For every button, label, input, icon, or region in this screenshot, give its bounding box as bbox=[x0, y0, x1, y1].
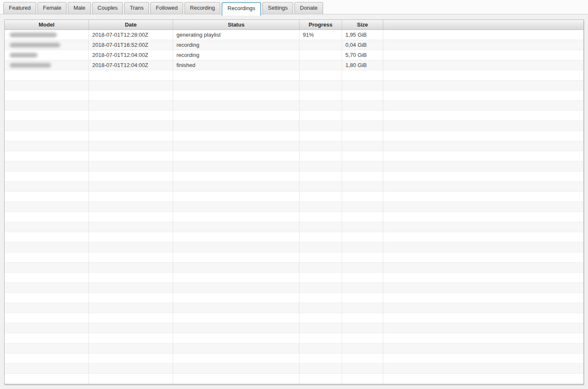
empty-cell bbox=[5, 293, 89, 303]
tab-settings[interactable]: Settings bbox=[262, 2, 293, 14]
empty-cell bbox=[5, 333, 89, 343]
empty-cell bbox=[342, 121, 383, 131]
empty-table-row bbox=[5, 323, 583, 333]
empty-cell bbox=[342, 151, 383, 161]
empty-cell bbox=[5, 172, 89, 182]
cell-model bbox=[5, 40, 89, 50]
empty-cell bbox=[342, 182, 383, 192]
empty-cell bbox=[383, 252, 583, 263]
empty-cell bbox=[5, 313, 89, 323]
tab-male[interactable]: Male bbox=[68, 2, 91, 14]
empty-cell bbox=[383, 121, 583, 131]
redacted-model-name bbox=[10, 63, 51, 67]
cell-status: generating playlist bbox=[173, 30, 299, 40]
column-header-size[interactable]: Size bbox=[342, 20, 383, 30]
empty-cell bbox=[89, 222, 173, 232]
recordings-table: ModelDateStatusProgressSize 2018-07-01T1… bbox=[4, 19, 584, 384]
empty-cell bbox=[342, 212, 383, 222]
tab-donate[interactable]: Donate bbox=[294, 2, 323, 14]
empty-cell bbox=[89, 131, 173, 141]
empty-table-row bbox=[5, 263, 583, 273]
empty-cell bbox=[299, 263, 342, 273]
column-header-date[interactable]: Date bbox=[89, 20, 173, 30]
cell-progress bbox=[299, 40, 342, 50]
empty-cell bbox=[342, 141, 383, 151]
empty-cell bbox=[173, 333, 299, 343]
empty-cell bbox=[173, 303, 299, 313]
empty-cell bbox=[342, 70, 383, 80]
empty-cell bbox=[342, 323, 383, 333]
empty-cell bbox=[299, 252, 342, 263]
empty-table-row bbox=[5, 161, 583, 172]
empty-cell bbox=[383, 333, 583, 343]
empty-cell bbox=[89, 374, 173, 384]
empty-cell bbox=[173, 242, 299, 252]
empty-cell bbox=[5, 303, 89, 313]
empty-cell bbox=[173, 222, 299, 232]
empty-cell bbox=[89, 172, 173, 182]
cell-date: 2018-07-01T12:04:00Z bbox=[89, 60, 173, 70]
column-header-progress[interactable]: Progress bbox=[299, 20, 342, 30]
column-header-model[interactable]: Model bbox=[5, 20, 89, 30]
empty-cell bbox=[383, 374, 583, 384]
empty-cell bbox=[299, 242, 342, 252]
empty-cell bbox=[89, 263, 173, 273]
cell-date: 2018-07-01T12:04:00Z bbox=[89, 50, 173, 60]
empty-cell bbox=[89, 232, 173, 242]
tab-female[interactable]: Female bbox=[37, 2, 67, 14]
column-header-status[interactable]: Status bbox=[173, 20, 299, 30]
empty-cell bbox=[299, 202, 342, 212]
tab-couples[interactable]: Couples bbox=[92, 2, 123, 14]
empty-cell bbox=[383, 202, 583, 212]
empty-cell bbox=[173, 80, 299, 91]
empty-cell bbox=[383, 141, 583, 151]
empty-cell bbox=[173, 161, 299, 172]
empty-cell bbox=[5, 141, 89, 151]
empty-table-row bbox=[5, 333, 583, 343]
tab-recordings[interactable]: Recordings bbox=[222, 2, 261, 16]
empty-table-row bbox=[5, 252, 583, 263]
empty-cell bbox=[89, 101, 173, 111]
empty-cell bbox=[173, 141, 299, 151]
empty-cell bbox=[383, 273, 583, 283]
cell-progress bbox=[299, 60, 342, 70]
table-row[interactable]: 2018-07-01T12:04:00Zrecording5,70 GiB bbox=[5, 50, 583, 60]
cell-size: 5,70 GiB bbox=[342, 50, 383, 60]
tab-trans[interactable]: Trans bbox=[124, 2, 149, 14]
empty-cell bbox=[383, 131, 583, 141]
empty-cell bbox=[383, 70, 583, 80]
empty-cell bbox=[299, 192, 342, 202]
empty-cell bbox=[383, 242, 583, 252]
empty-cell bbox=[173, 121, 299, 131]
empty-table-row bbox=[5, 80, 583, 91]
tab-featured[interactable]: Featured bbox=[3, 2, 36, 14]
empty-cell bbox=[342, 333, 383, 343]
empty-cell bbox=[173, 70, 299, 80]
empty-cell bbox=[5, 252, 89, 263]
table-row[interactable]: 2018-07-01T12:04:00Zfinished1,80 GiB bbox=[5, 60, 583, 70]
empty-cell bbox=[173, 313, 299, 323]
empty-cell bbox=[342, 374, 383, 384]
table-row[interactable]: 2018-07-01T12:28:00Zgenerating playlist9… bbox=[5, 30, 583, 40]
tab-recording[interactable]: Recording bbox=[184, 2, 220, 14]
empty-cell bbox=[5, 131, 89, 141]
empty-cell bbox=[299, 313, 342, 323]
empty-cell bbox=[89, 91, 173, 101]
empty-cell bbox=[342, 263, 383, 273]
empty-cell bbox=[89, 283, 173, 293]
empty-cell bbox=[89, 323, 173, 333]
empty-cell bbox=[299, 172, 342, 182]
table-header-row: ModelDateStatusProgressSize bbox=[5, 20, 583, 30]
redacted-model-name bbox=[10, 53, 37, 57]
empty-cell bbox=[342, 202, 383, 212]
empty-cell bbox=[383, 222, 583, 232]
empty-cell bbox=[5, 283, 89, 293]
empty-cell bbox=[383, 111, 583, 121]
empty-cell bbox=[299, 151, 342, 161]
tab-followed[interactable]: Followed bbox=[150, 2, 183, 14]
empty-cell bbox=[299, 131, 342, 141]
empty-table-row bbox=[5, 70, 583, 80]
empty-cell bbox=[5, 242, 89, 252]
table-row[interactable]: 2018-07-01T16:52:00Zrecording0,04 GiB bbox=[5, 40, 583, 50]
empty-cell bbox=[299, 283, 342, 293]
